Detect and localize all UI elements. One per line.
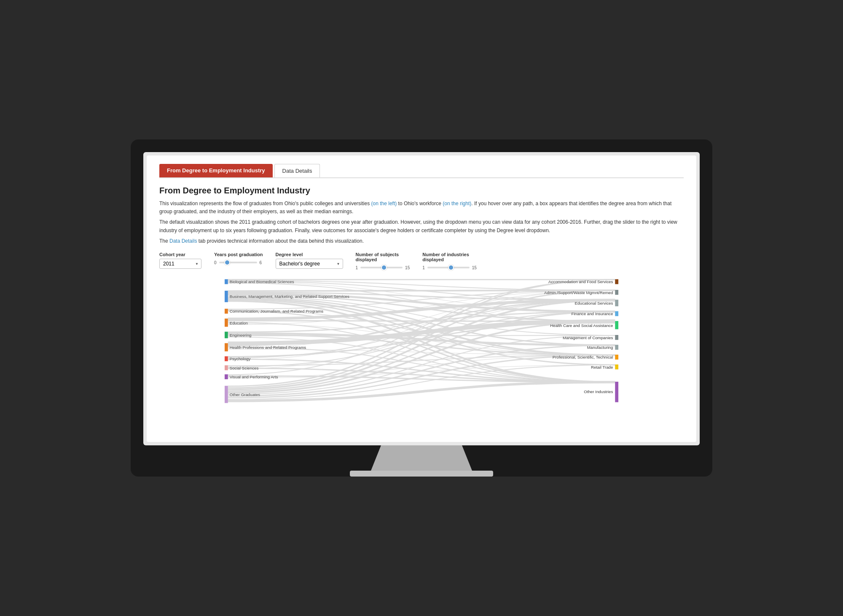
monitor-base [350, 471, 493, 477]
tab-degree[interactable]: From Degree to Employment Industry [159, 164, 273, 177]
num-industries-max: 15 [472, 265, 477, 270]
num-industries-slider-row: 1 15 [422, 265, 477, 270]
node-bar-other-ind [615, 382, 618, 402]
years-post-slider[interactable] [219, 262, 257, 263]
tab-data[interactable]: Data Details [274, 164, 320, 177]
node-bar-prof [615, 355, 618, 360]
num-subjects-min: 1 [356, 265, 358, 270]
node-bar-finance [615, 311, 618, 316]
node-bar-healthcare [615, 321, 618, 329]
monitor: From Degree to Employment Industry Data … [131, 139, 712, 477]
node-bar-retail [615, 364, 618, 370]
node-bar-accom [615, 279, 618, 284]
degree-level-label: Degree level [276, 252, 343, 257]
sankey-svg: Biological and Biomedical Sciences Busin… [159, 274, 684, 426]
monitor-content: From Degree to Employment Industry Data … [147, 155, 696, 442]
years-post-group: Years post graduation 0 6 [214, 252, 263, 265]
num-industries-slider[interactable] [427, 267, 470, 268]
page-container: From Degree to Employment Industry Data … [147, 155, 696, 434]
description-1: This visualization represents the flow o… [159, 200, 684, 216]
node-bar-admin [615, 290, 618, 295]
controls-row: Cohort year 2011 200620072008 20092010 2… [159, 252, 684, 270]
degree-level-select-wrapper: Bachelor's degree Associate's degree Cer… [276, 259, 343, 269]
node-bar-arts [225, 374, 228, 379]
node-bar-health [225, 343, 228, 351]
years-post-label: Years post graduation [214, 252, 263, 257]
node-bar-eng [225, 332, 228, 338]
num-subjects-group: Number of subjectsdisplayed 1 15 [356, 252, 410, 270]
cohort-year-label: Cohort year [159, 252, 201, 257]
tabs-bar: From Degree to Employment Industry Data … [159, 164, 684, 178]
num-subjects-max: 15 [405, 265, 410, 270]
num-subjects-slider-row: 1 15 [356, 265, 410, 270]
cohort-year-select-wrapper: 2011 200620072008 20092010 201220132014 … [159, 259, 201, 269]
num-industries-group: Number of industriesdisplayed 1 15 [422, 252, 477, 270]
years-post-min: 0 [214, 260, 217, 265]
degree-level-select[interactable]: Bachelor's degree Associate's degree Cer… [276, 259, 343, 269]
node-bar-edu-svc [615, 300, 618, 306]
node-label-other-ind: Other Industries [584, 389, 613, 394]
node-bar-social [225, 365, 228, 370]
years-post-slider-row: 0 6 [214, 260, 263, 265]
description-2: The default visualization shows the 2011… [159, 218, 684, 234]
num-industries-min: 1 [422, 265, 425, 270]
num-subjects-slider[interactable] [360, 267, 403, 268]
num-subjects-label: Number of subjectsdisplayed [356, 252, 410, 262]
data-details-link[interactable]: Data Details [169, 238, 197, 244]
cohort-year-group: Cohort year 2011 200620072008 20092010 2… [159, 252, 201, 269]
node-bar-comm [225, 309, 228, 314]
monitor-stand [371, 445, 472, 471]
cohort-year-select[interactable]: 2011 200620072008 20092010 201220132014 … [159, 259, 201, 269]
node-bar-mfg [615, 345, 618, 350]
sankey-diagram: Biological and Biomedical Sciences Busin… [159, 274, 684, 426]
node-bar-mgmt [615, 335, 618, 340]
node-bar-psych [225, 356, 228, 362]
years-post-max: 6 [260, 260, 262, 265]
node-bar-business [225, 291, 228, 302]
node-bar-edu [225, 319, 228, 327]
page-title: From Degree to Employment Industry [159, 186, 684, 196]
node-bar-bio [225, 279, 228, 284]
description-3: The Data Details tab provides technical … [159, 237, 684, 245]
node-bar-other-grads [225, 386, 228, 403]
monitor-screen: From Degree to Employment Industry Data … [143, 152, 700, 445]
num-industries-label: Number of industriesdisplayed [422, 252, 477, 262]
degree-level-group: Degree level Bachelor's degree Associate… [276, 252, 343, 269]
